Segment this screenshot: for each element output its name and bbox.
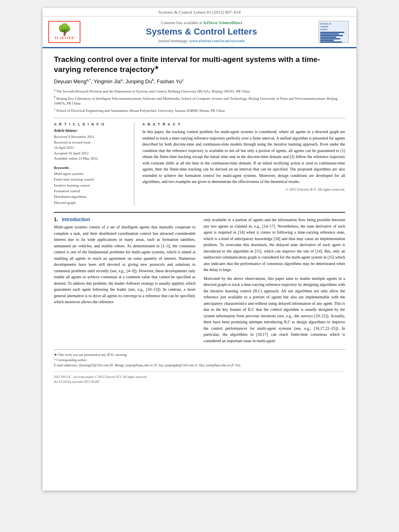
keywords-section: Keywords: Multi-agent systems Finite-tim…	[54, 166, 129, 205]
intro-number: 1. Introduction	[54, 217, 195, 222]
keyword-5: Distributed algorithms	[54, 194, 129, 199]
thumb-image: Systems &ControlLetters	[319, 21, 349, 43]
affiliation-c: c School of Electrical Engineering and A…	[54, 107, 345, 113]
abstract-col: A B S T R A C T In this paper, the track…	[142, 122, 345, 205]
sciverse-line: Contents lists available at SciVerse Sci…	[89, 21, 314, 25]
abstract-text: In this paper, the tracking control prob…	[142, 129, 345, 185]
article-title: Tracking control over a finite interval …	[54, 55, 345, 75]
affiliation-a: a The Seventh Research Division and the …	[54, 88, 345, 94]
author-1-sup: a,*	[86, 78, 91, 82]
introduction-section: 1. Introduction Multi-agent systems cons…	[54, 212, 345, 344]
intro-body: 1. Introduction Multi-agent systems cons…	[54, 217, 345, 344]
journal-citation-bar: Systems & Control Letters 61 (2012) 807–…	[43, 8, 356, 16]
journal-title: Systems & Control Letters	[89, 27, 314, 37]
keywords-label: Keywords:	[54, 166, 129, 170]
footnotes-area: ★ This work was not presented at any IFA…	[54, 349, 345, 384]
authors-line: Deyuan Menga,*, Yingmin Jiaa, Junping Du…	[54, 78, 345, 84]
thumb-title: Systems &ControlLetters	[320, 23, 347, 31]
copyright-line: © 2012 Elsevier B.V. All rights reserved…	[142, 187, 345, 191]
author-2-sup: a	[121, 78, 123, 82]
intro-para-2: only available to a portion of agents an…	[204, 217, 345, 273]
journal-center-header: Contents lists available at SciVerse Sci…	[89, 21, 314, 43]
intro-left-col: 1. Introduction Multi-agent systems cons…	[54, 217, 195, 344]
issn-line: 0167-6911/$ – see front matter © 2012 El…	[54, 375, 345, 380]
author-3-sup: b	[152, 78, 154, 82]
copyright-footer: 0167-6911/$ – see front matter © 2012 El…	[54, 375, 345, 384]
keyword-6: Directed graph	[54, 200, 129, 205]
contents-text: Contents lists available at	[161, 21, 203, 25]
history-revised-date: 14 April 2012	[54, 145, 129, 151]
doi-line: doi:10.1016/j.sysconle.2012.04.007	[54, 380, 345, 384]
footnote-star-note: ★ This work was not presented at any IFA…	[54, 352, 345, 357]
homepage-link[interactable]: www.elsevier.com/locate/sysconle	[189, 39, 245, 43]
intro-para-1: Multi-agent systems consist of a set of …	[54, 224, 195, 305]
thumb-lines	[320, 32, 347, 43]
abstract-label: A B S T R A C T	[142, 122, 345, 126]
intro-right-col: only available to a portion of agents an…	[204, 217, 345, 344]
intro-heading: Introduction	[62, 217, 90, 222]
keyword-4: Formation control	[54, 188, 129, 194]
history-received: Received 9 November 2011	[54, 134, 129, 140]
email-label: E-mail addresses:	[54, 363, 78, 367]
article-info-abstract-section: A R T I C L E I N F O Article history: R…	[54, 118, 345, 205]
history-accepted: Accepted 16 April 2012	[54, 151, 129, 156]
affiliation-b: b Beijing Key Laboratory of Intelligent …	[54, 95, 345, 106]
footnote-emails: E-mail addresses: dymeng23@126.com (D. M…	[54, 363, 345, 368]
sciverse-link[interactable]: SciVerse ScienceDirect	[203, 21, 242, 25]
article-title-text: Tracking control over a finite interval …	[54, 55, 320, 74]
footnote-corresponding: * Corresponding author.	[54, 357, 345, 363]
elsevier-logo-area: 🌳 ELSEVIER	[48, 21, 84, 43]
article-info-col: A R T I C L E I N F O Article history: R…	[54, 122, 134, 205]
author-1: Deyuan Menga,*	[54, 78, 91, 84]
author-3: Junping Dub	[125, 78, 154, 84]
title-footnote: ★	[154, 65, 159, 70]
keyword-1: Multi-agent systems	[54, 171, 129, 177]
history-label: Article history:	[54, 129, 129, 133]
elsevier-text: ELSEVIER	[55, 36, 74, 40]
history-online: Available online 23 May 2012	[54, 156, 129, 162]
article-content: Tracking control over a finite interval …	[43, 48, 356, 392]
article-info-label: A R T I C L E I N F O	[54, 122, 129, 126]
author-4-sup: c	[182, 78, 184, 82]
homepage-label: journal homepage:	[158, 39, 189, 43]
author-2: Yingmin Jiaa	[94, 78, 123, 84]
email-addresses: dymeng23@126.com (D. Meng), ymjia@buaa.e…	[79, 363, 241, 367]
keyword-2: Finite-time tracking control	[54, 177, 129, 182]
affiliations: a The Seventh Research Division and the …	[54, 88, 345, 113]
elsevier-logo: 🌳 ELSEVIER	[48, 21, 80, 43]
journal-thumbnail: Systems &ControlLetters	[319, 21, 351, 43]
journal-homepage: journal homepage: www.elsevier.com/locat…	[89, 39, 314, 43]
tree-icon: 🌳	[58, 24, 72, 35]
history-revised-label: Received in revised form	[54, 140, 129, 146]
journal-citation: Systems & Control Letters 61 (2012) 807–…	[158, 10, 241, 14]
author-4: Fashan Yuc	[157, 78, 183, 84]
journal-header: 🌳 ELSEVIER Contents lists available at S…	[43, 16, 356, 48]
intro-para-3: Motivated by the above observations, thi…	[204, 275, 345, 344]
keyword-3: Iterative learning control	[54, 183, 129, 188]
